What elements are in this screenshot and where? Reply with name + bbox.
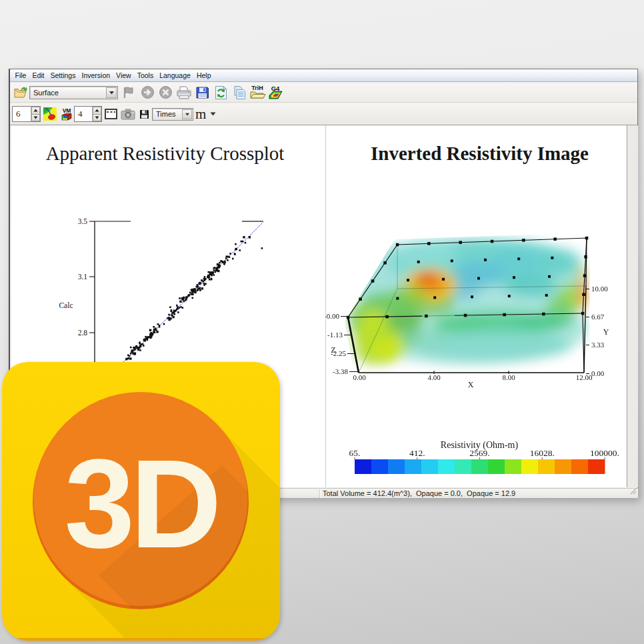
scatter-point (171, 312, 173, 314)
scatter-point (219, 267, 221, 269)
arrow-down-icon (33, 116, 38, 119)
z-tick-label: -0.00 (325, 312, 339, 320)
electrode-dot (581, 312, 585, 315)
cancel-button-disabled[interactable] (157, 85, 175, 99)
volume-render-clip (331, 207, 605, 407)
scatter-point (141, 343, 143, 345)
chevron-down-icon (185, 113, 190, 116)
scatter-point (143, 339, 145, 341)
volume-chart[interactable]: 0.004.008.0012.00X0.003.336.6710.00Y-0.0… (325, 125, 627, 487)
unit-symbol[interactable]: m (195, 107, 206, 121)
menu-item-language[interactable]: Language (157, 70, 194, 81)
colorbar-tick-label: 65. (349, 448, 361, 458)
scatter-point (239, 249, 241, 251)
save-image-button[interactable] (139, 109, 149, 119)
scatter-point (127, 358, 129, 360)
dataset-combobox-arrow[interactable] (106, 87, 117, 98)
resize-grip[interactable] (630, 485, 637, 497)
electrode-dot (553, 237, 557, 241)
menu-item-file[interactable]: File (12, 70, 29, 81)
copy-button[interactable] (230, 85, 249, 100)
scatter-point (205, 278, 207, 280)
extent-button[interactable] (105, 109, 117, 119)
scatter-point (194, 291, 196, 293)
y-tick-label: 6.67 (591, 313, 605, 321)
scatter-point (151, 333, 153, 335)
scatter-point (203, 279, 205, 281)
electrode-dot (551, 257, 553, 259)
scatter-point (213, 267, 215, 269)
scatter-point (129, 357, 131, 359)
crossplot-tick-label: 3.5 (78, 217, 88, 225)
scatter-point (222, 261, 224, 263)
spin-up-button[interactable] (31, 107, 40, 115)
scatter-point (172, 316, 174, 318)
cancel-x-disabled-icon (159, 85, 173, 99)
colorbar-segment (555, 459, 572, 474)
scatter-point (159, 326, 161, 328)
slice-count-spinner[interactable]: 4 (74, 106, 102, 122)
volume-blob (339, 229, 381, 264)
contour-count-spinner[interactable]: 6 (12, 106, 41, 122)
colorbar-tick-label: 412. (409, 448, 425, 458)
trih-folder-icon: TriH (249, 85, 266, 100)
trih-folder-button[interactable]: TriH (249, 85, 267, 100)
dataset-combobox-value: Surface (30, 89, 106, 97)
spin-down-button[interactable] (93, 115, 101, 122)
electrode-dot (442, 278, 445, 281)
menu-item-edit[interactable]: Edit (29, 70, 47, 81)
scatter-point (146, 337, 148, 339)
colorbar-segment (421, 459, 439, 474)
unit-dropdown-arrow[interactable] (210, 112, 216, 116)
g4-map-button[interactable]: G4 (267, 85, 285, 100)
scatter-point (223, 263, 225, 265)
scatter-point (182, 307, 184, 309)
electrode-dot (491, 240, 494, 243)
scatter-point (215, 269, 217, 271)
volume-title: Inverted Resistivity Image (329, 143, 631, 165)
scatter-point (183, 301, 185, 303)
save-button[interactable] (193, 85, 212, 99)
vm-view-button[interactable]: VM (60, 107, 73, 121)
menu-item-tools[interactable]: Tools (134, 70, 157, 81)
trih-label: TriH (251, 85, 263, 91)
flag-button-disabled[interactable] (120, 86, 139, 99)
electrode-dot (383, 261, 387, 265)
scatter-point (173, 311, 175, 313)
canvas-right-gutter (628, 125, 638, 487)
electrode-dot (584, 255, 587, 259)
volume-blob (399, 327, 452, 351)
scatter-point (153, 326, 155, 328)
scatter-point (203, 284, 205, 286)
electrode-dot (548, 275, 551, 278)
flag-disabled-icon (122, 86, 136, 99)
scatter-point (134, 353, 136, 355)
font-combobox[interactable]: Times (152, 108, 193, 121)
scatter-point (192, 289, 194, 291)
crossplot-title: Apparent Resistivity Crossplot (8, 143, 322, 165)
font-combobox-arrow[interactable] (182, 109, 192, 119)
spin-up-button[interactable] (93, 107, 101, 115)
electrode-dot (464, 314, 467, 317)
scatter-point (213, 269, 215, 271)
badge-bottom-edge (2, 638, 280, 641)
scatter-point (224, 262, 226, 264)
main-toolbar: Surface (10, 83, 637, 103)
menu-item-inversion[interactable]: Inversion (79, 70, 113, 81)
refresh-button[interactable] (212, 85, 231, 100)
print-button[interactable] (175, 85, 194, 100)
snapshot-button[interactable] (121, 109, 135, 120)
contour-map-button[interactable] (43, 107, 57, 121)
electrode-dot (407, 279, 409, 281)
font-combobox-value: Times (153, 110, 182, 118)
menu-item-settings[interactable]: Settings (47, 70, 79, 81)
scatter-point (130, 347, 132, 349)
forward-button-disabled[interactable] (139, 85, 157, 99)
dataset-combobox[interactable]: Surface (29, 86, 118, 99)
menu-item-help[interactable]: Help (193, 70, 214, 81)
crossplot-tick-label: 3.1 (78, 273, 88, 281)
menu-item-view[interactable]: View (113, 70, 135, 81)
spin-down-button[interactable] (31, 115, 40, 122)
scatter-point (208, 275, 210, 277)
open-file-button[interactable] (13, 86, 29, 99)
